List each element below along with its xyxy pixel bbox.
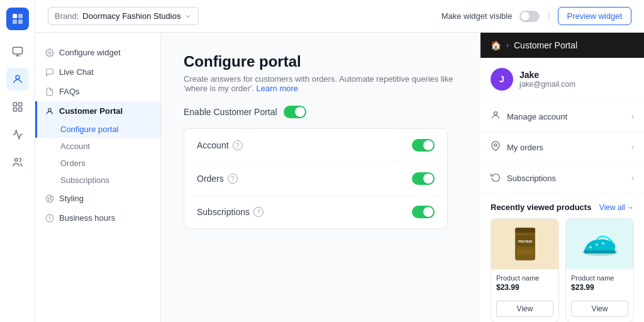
svg-rect-4 <box>13 47 22 54</box>
orders-toggle[interactable] <box>412 172 435 185</box>
my-orders-chevron: › <box>631 143 634 152</box>
preview-body: J Jake jake@gmail.com Manage account › <box>480 58 644 322</box>
nav-team-icon[interactable] <box>6 151 29 174</box>
sidebar: Configure widget Live Chat FAQs Customer… <box>35 33 161 322</box>
sidebar-item-configure-widget[interactable]: Configure widget <box>35 43 160 62</box>
svg-point-14 <box>48 197 49 198</box>
view-all-link[interactable]: View all → <box>599 203 634 212</box>
sidebar-label-business-hours: Business hours <box>59 213 115 223</box>
nav-chat-icon[interactable] <box>6 40 29 63</box>
sidebar-item-configure-portal[interactable]: Configure portal <box>35 121 160 138</box>
manage-account-icon <box>491 110 501 123</box>
preview-home-icon: 🏠 <box>491 40 501 50</box>
enable-portal-toggle[interactable] <box>284 106 306 118</box>
subscriptions-icon <box>491 172 501 184</box>
svg-point-10 <box>14 158 18 162</box>
svg-point-5 <box>16 75 19 79</box>
config-box: Account ? Orders ? Subscriptions ? <box>184 128 448 229</box>
user-avatar: J <box>491 68 513 91</box>
preview-menu-manage-account[interactable]: Manage account › <box>480 101 644 132</box>
preview-widget-button[interactable]: Preview widget <box>558 7 631 25</box>
sidebar-label-configure-portal: Configure portal <box>60 125 119 134</box>
product-name-2: Product name <box>571 274 628 282</box>
sidebar-item-business-hours[interactable]: Business hours <box>35 208 160 228</box>
icon-nav <box>0 0 35 322</box>
preview-user-section: J Jake jake@gmail.com <box>480 58 644 101</box>
svg-text:PROTEIN: PROTEIN <box>518 240 532 243</box>
subscriptions-menu-label: Subscriptions <box>507 174 556 183</box>
topbar-right: Make widget visible | Preview widget <box>441 7 631 25</box>
product-card-1: PROTEIN Product name $23.99 View <box>491 218 559 322</box>
sidebar-item-live-chat[interactable]: Live Chat <box>35 62 160 82</box>
chat-icon <box>45 68 54 77</box>
preview-breadcrumb: Customer Portal <box>514 40 577 50</box>
learn-more-link[interactable]: Learn more <box>257 84 298 93</box>
person-icon <box>45 107 54 116</box>
chevron-down-icon <box>184 13 192 20</box>
subscriptions-help-icon[interactable]: ? <box>253 207 264 217</box>
main-container: Brand: Doormacy Fashion Studios Make wid… <box>35 0 644 322</box>
widget-visible-label: Make widget visible <box>441 11 513 21</box>
sidebar-item-account[interactable]: Account <box>35 138 160 155</box>
nav-modules-icon[interactable] <box>6 96 29 118</box>
account-help-icon[interactable]: ? <box>233 140 243 150</box>
product-view-button-1[interactable]: View <box>496 301 553 317</box>
enable-portal-row: Enable Customer Portal <box>184 106 458 118</box>
preview-menu-subscriptions[interactable]: Subscriptions › <box>480 163 644 194</box>
user-name: Jake <box>519 70 575 80</box>
svg-point-19 <box>494 112 497 115</box>
svg-point-29 <box>602 242 604 245</box>
manage-account-chevron: › <box>631 112 634 121</box>
main-panel: Configure portal Create answers for cust… <box>161 33 480 322</box>
page-title: Configure portal <box>184 53 458 70</box>
sidebar-label-live-chat: Live Chat <box>59 67 94 77</box>
svg-point-13 <box>46 195 53 203</box>
orders-label: Orders <box>197 174 224 184</box>
styling-icon <box>45 194 54 203</box>
sidebar-item-orders[interactable]: Orders <box>35 155 160 172</box>
svg-rect-22 <box>515 228 535 233</box>
enable-portal-label: Enable Customer Portal <box>184 107 277 117</box>
sidebar-item-faqs[interactable]: FAQs <box>35 82 160 101</box>
app-logo[interactable] <box>6 8 29 30</box>
brand-label: Brand: <box>55 11 79 21</box>
my-orders-icon <box>491 141 501 153</box>
my-orders-label: My orders <box>507 143 543 152</box>
gear-icon <box>45 48 54 57</box>
subscriptions-label: Subscriptions <box>197 207 250 217</box>
svg-point-20 <box>494 144 497 147</box>
nav-analytics-icon[interactable] <box>6 123 29 146</box>
product-price-1: $23.99 <box>496 283 553 292</box>
svg-point-28 <box>596 243 598 246</box>
svg-point-11 <box>48 52 51 54</box>
widget-visible-toggle[interactable] <box>519 11 540 22</box>
nav-portal-icon[interactable] <box>6 68 29 91</box>
account-label: Account <box>197 140 229 150</box>
sidebar-label-customer-portal: Customer Portal <box>59 106 123 116</box>
subscriptions-toggle[interactable] <box>412 206 435 218</box>
sidebar-label-account: Account <box>60 142 90 151</box>
svg-point-15 <box>50 196 52 197</box>
svg-rect-7 <box>18 103 21 106</box>
brand-value: Doormacy Fashion Studios <box>82 11 180 21</box>
svg-rect-9 <box>18 108 21 111</box>
account-toggle[interactable] <box>412 139 435 152</box>
products-grid: PROTEIN Product name $23.99 View <box>491 218 634 322</box>
sidebar-item-styling[interactable]: Styling <box>35 189 160 208</box>
product-name-1: Product name <box>496 274 553 282</box>
svg-rect-3 <box>18 19 23 24</box>
sidebar-label-orders: Orders <box>60 158 86 168</box>
preview-menu-my-orders[interactable]: My orders › <box>480 132 644 163</box>
product-view-button-2[interactable]: View <box>571 301 628 317</box>
product-image-protein: PROTEIN <box>491 219 558 269</box>
brand-selector[interactable]: Brand: Doormacy Fashion Studios <box>48 7 199 25</box>
manage-account-label: Manage account <box>507 112 567 121</box>
subscriptions-chevron: › <box>631 174 634 182</box>
sidebar-item-subscriptions[interactable]: Subscriptions <box>35 172 160 189</box>
recently-viewed-section: Recently viewed products View all → <box>480 194 644 322</box>
svg-rect-0 <box>13 14 17 18</box>
orders-help-icon[interactable]: ? <box>228 174 238 184</box>
sidebar-item-customer-portal[interactable]: Customer Portal <box>35 101 160 121</box>
product-card-2: Product name $23.99 View <box>565 218 634 322</box>
svg-point-27 <box>589 246 592 248</box>
